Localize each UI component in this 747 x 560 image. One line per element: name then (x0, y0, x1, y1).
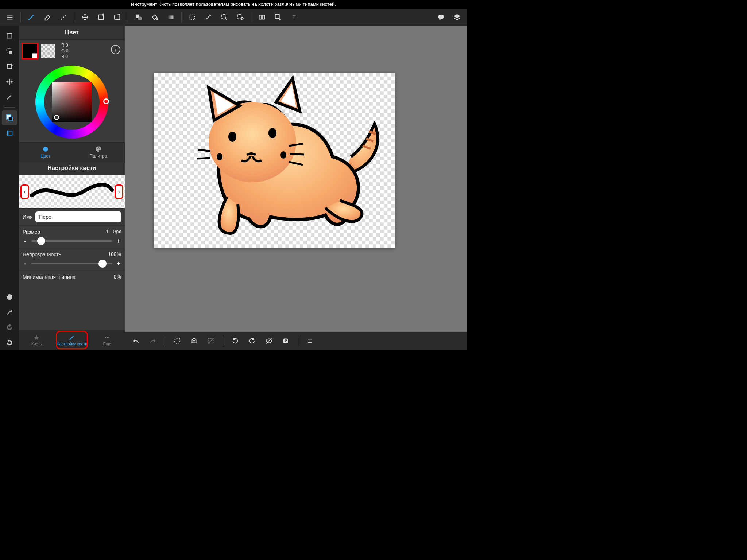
menu-button[interactable] (2, 9, 18, 25)
tab-color[interactable]: Цвет (19, 143, 72, 161)
minwidth-value: 0% (114, 274, 121, 280)
svg-rect-21 (9, 51, 12, 54)
svg-rect-6 (99, 15, 104, 20)
transform-tool[interactable] (93, 9, 109, 25)
deselect-icon[interactable] (203, 333, 218, 349)
size-label: Размер (23, 229, 40, 235)
text-tool[interactable]: T (286, 9, 302, 25)
pointer-tool[interactable] (270, 9, 286, 25)
bucket-tool[interactable] (147, 9, 162, 25)
background-swatch[interactable] (41, 44, 55, 58)
mesh-transform-tool[interactable] (109, 9, 125, 25)
save-icon[interactable] (186, 333, 202, 349)
canvas[interactable] (154, 73, 395, 248)
brush-tool[interactable] (24, 9, 39, 25)
svg-point-30 (98, 147, 99, 148)
svg-text:T: T (292, 14, 296, 20)
svg-rect-15 (262, 15, 264, 19)
rotate-right-icon[interactable] (244, 333, 260, 349)
svg-rect-11 (190, 15, 195, 20)
layers-icon[interactable] (449, 9, 465, 25)
svg-point-36 (228, 132, 236, 142)
svg-rect-19 (7, 34, 12, 38)
svg-point-37 (268, 128, 276, 138)
eyedropper-icon[interactable] (2, 305, 17, 319)
svg-point-34 (108, 337, 109, 338)
rotate-left-icon[interactable] (228, 333, 243, 349)
size-value: 10.0px (106, 229, 121, 234)
bottom-menu-icon[interactable] (302, 333, 318, 349)
eraser-tool[interactable] (40, 9, 55, 25)
color-swatches-icon[interactable] (2, 110, 17, 125)
brush-name-input[interactable] (35, 211, 121, 222)
opacity-slider[interactable]: - + (23, 260, 121, 268)
redo-icon[interactable] (2, 320, 17, 335)
select-brush-tool[interactable] (217, 9, 232, 25)
svg-rect-13 (238, 15, 242, 19)
fullscreen-icon[interactable] (2, 28, 17, 43)
foreground-swatch[interactable] (23, 44, 37, 58)
svg-point-29 (97, 148, 98, 149)
tooltip-bar: Инструмент Кисть позволяет пользователям… (0, 0, 467, 9)
size-plus[interactable]: + (116, 237, 121, 245)
brush-panel-title: Настройки кисти (19, 161, 125, 175)
svg-point-32 (105, 337, 106, 338)
brush-name-label: Имя (23, 214, 32, 220)
color-panel-title: Цвет (19, 26, 125, 40)
next-brush-button[interactable]: › (115, 184, 123, 199)
info-button[interactable]: i (111, 45, 120, 54)
opacity-minus[interactable]: - (23, 260, 28, 268)
svg-point-39 (280, 151, 286, 159)
select-eraser-tool[interactable] (233, 9, 248, 25)
panel-tab-settings[interactable]: Настройки кисти (54, 330, 90, 350)
select-layer-icon[interactable] (2, 44, 17, 58)
magic-wand-tool[interactable] (201, 9, 216, 25)
divide-tool[interactable] (254, 9, 270, 25)
reference-icon[interactable] (2, 126, 17, 140)
expand-icon[interactable] (278, 333, 293, 349)
gradient-tool[interactable] (163, 9, 178, 25)
size-minus[interactable]: - (23, 237, 28, 245)
rgb-readout: R:0 G:0 B:0 (61, 43, 68, 60)
svg-rect-14 (259, 15, 262, 19)
invisible-icon[interactable] (261, 333, 276, 349)
undo-button[interactable] (128, 333, 144, 349)
svg-point-3 (61, 19, 62, 20)
color-wheel[interactable] (35, 66, 108, 139)
panel-tab-more[interactable]: Еще (89, 330, 125, 350)
undo-icon[interactable] (2, 335, 17, 350)
svg-rect-27 (8, 131, 12, 135)
svg-point-38 (217, 153, 222, 160)
hand-tool-icon[interactable] (2, 289, 17, 304)
svg-point-4 (63, 16, 64, 18)
edit-tool-icon[interactable] (2, 90, 17, 104)
rotate-canvas-icon[interactable] (2, 59, 17, 74)
select-rect-tool[interactable] (185, 9, 200, 25)
opacity-plus[interactable]: + (116, 260, 121, 268)
opacity-label: Непрозрачность (23, 252, 61, 257)
flip-icon[interactable] (2, 74, 17, 89)
prev-brush-button[interactable]: ‹ (20, 184, 29, 199)
bottom-toolbar: 1000*1000px 192dpi 14% Кисть: 10.0px 100… (125, 332, 467, 350)
svg-point-40 (175, 338, 180, 344)
sv-picker[interactable] (52, 82, 92, 122)
tab-palette[interactable]: Палитра (72, 143, 125, 161)
redo-button[interactable] (145, 333, 160, 349)
canvas-area[interactable]: 1000*1000px 192dpi 14% Кисть: 10.0px 100… (125, 26, 467, 350)
shape-tool[interactable] (131, 9, 146, 25)
move-tool[interactable] (77, 9, 93, 25)
svg-rect-10 (168, 15, 174, 19)
svg-point-9 (157, 19, 158, 20)
opacity-value: 100% (108, 251, 121, 257)
size-slider[interactable]: - + (23, 237, 121, 245)
smudge-tool[interactable] (56, 9, 71, 25)
panel-tab-brush[interactable]: Кисть (19, 330, 54, 350)
rotate-icon[interactable] (170, 333, 185, 349)
svg-point-5 (65, 15, 66, 16)
side-panel: Цвет R:0 G:0 B:0 i Цвет Палитр (19, 26, 125, 350)
svg-point-8 (138, 16, 142, 20)
brush-preview[interactable]: ‹ › (19, 175, 125, 208)
chat-icon[interactable] (433, 9, 449, 25)
svg-rect-22 (8, 65, 12, 69)
top-toolbar: T (0, 9, 467, 26)
